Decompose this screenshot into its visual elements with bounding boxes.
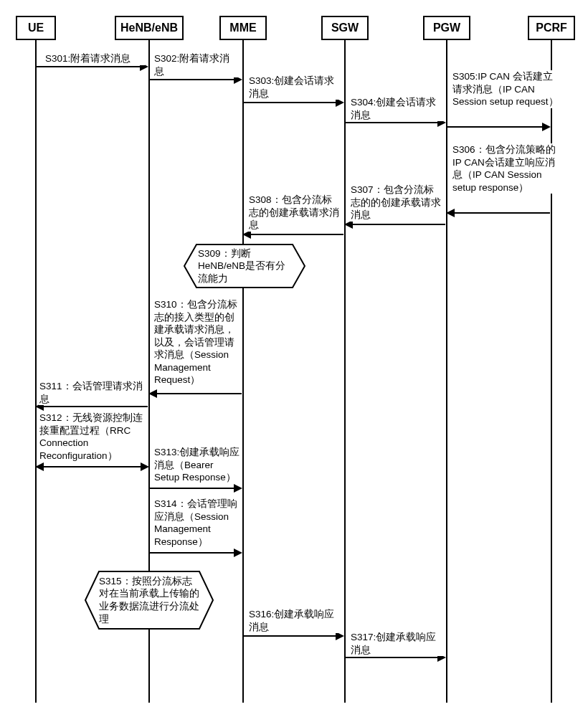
- participant-pgw: PGW: [423, 16, 470, 40]
- msg-s302-label: S302:附着请求消息: [153, 52, 240, 77]
- msg-s305-label: S305:IP CAN 会话建立请求消息（IP CAN Session setu…: [452, 70, 559, 108]
- lifeline-mme: [242, 39, 244, 703]
- msg-s316-label: S316:创建承载响应消息: [248, 608, 341, 633]
- msg-s314-arrow: [149, 552, 241, 554]
- msg-s306-arrow: [447, 212, 550, 214]
- lifeline-ue: [35, 39, 37, 703]
- msg-s303-arrow: [243, 102, 343, 103]
- process-s315-label: S315：按照分流标志对在当前承载上传输的业务数据流进行分流处理: [99, 571, 199, 630]
- participant-label: SGW: [331, 22, 359, 34]
- lifeline-sgw: [344, 39, 346, 703]
- msg-s304-arrow: [345, 122, 445, 123]
- lifeline-pcrf: [551, 39, 552, 703]
- msg-s306-label: S306：包含分流策略的IP CAN会话建立响应消息（IP CAN Sessio…: [452, 143, 561, 194]
- msg-s317-label: S317:创建承载响应消息: [350, 631, 443, 656]
- msg-s307-label: S307：包含分流标志的的创建承载请求消息: [350, 184, 443, 222]
- msg-s313-arrow: [149, 488, 241, 489]
- participant-label: HeNB/eNB: [120, 22, 178, 34]
- msg-s312-arrow-right: [37, 466, 148, 467]
- decision-s309-label: S309：判断HeNB/eNB是否有分流能力: [198, 244, 291, 288]
- participant-label: PCRF: [536, 22, 567, 34]
- participant-label: UE: [28, 22, 44, 34]
- msg-s308-label: S308：包含分流标志的创建承载请求消息: [248, 194, 341, 232]
- msg-s310-arrow: [150, 393, 242, 394]
- msg-s304-label: S304:创建会话请求消息: [350, 96, 443, 121]
- participant-pcrf: PCRF: [528, 16, 575, 40]
- participant-henb: HeNB/eNB: [115, 16, 184, 40]
- decision-s309: S309：判断HeNB/eNB是否有分流能力: [184, 244, 305, 288]
- msg-s305-arrow: [447, 126, 549, 128]
- msg-s311-arrow: [37, 406, 148, 407]
- msg-s303-label: S303:创建会话请求消息: [248, 75, 341, 100]
- process-s315: S315：按照分流标志对在当前承载上传输的业务数据流进行分流处理: [85, 571, 214, 630]
- msg-s301-arrow: [36, 66, 147, 67]
- participant-sgw: SGW: [321, 16, 369, 40]
- participant-ue: UE: [16, 16, 56, 40]
- lifeline-pgw: [446, 39, 447, 703]
- msg-s316-arrow: [243, 635, 343, 637]
- msg-s308-arrow: [244, 234, 343, 235]
- sequence-diagram: UE HeNB/eNB MME SGW PGW PCRF S301:附着请求消息…: [0, 0, 588, 717]
- msg-s310-label: S310：包含分流标志的接入类型的创建承载请求消息，以及，会话管理请求消息（Se…: [153, 298, 241, 386]
- msg-s302-arrow: [149, 79, 241, 80]
- participant-mme: MME: [219, 16, 267, 40]
- participant-label: PGW: [433, 22, 460, 34]
- msg-s317-arrow: [345, 657, 445, 658]
- participant-label: MME: [229, 22, 256, 34]
- msg-s314-label: S314：会话管理响应消息（Session Management Respons…: [153, 498, 241, 548]
- msg-s311-label: S311：会话管理请求消息: [39, 380, 146, 405]
- msg-s307-arrow: [346, 224, 445, 225]
- msg-s301-label: S301:附着请求消息: [44, 52, 145, 65]
- msg-s313-label: S313:创建承载响应消息（Bearer Setup Response）: [153, 446, 241, 484]
- msg-s312-label: S312：无线资源控制连接重配置过程（RRC Connection Reconf…: [39, 412, 146, 462]
